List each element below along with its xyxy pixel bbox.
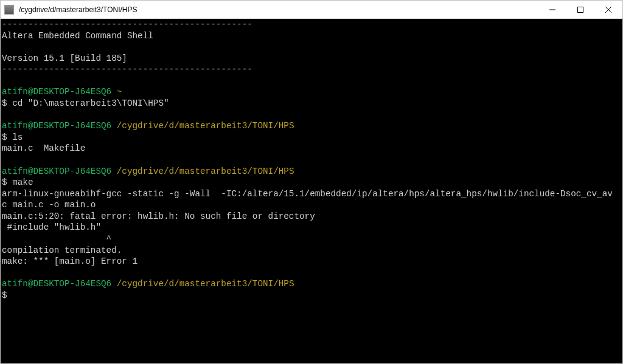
prompt-user: atifn@DESKTOP-J64ESQ6 xyxy=(2,121,111,131)
cmd-make: $ make xyxy=(2,177,33,187)
cmd-empty: $ xyxy=(2,290,7,300)
make-output-line: c main.c -o main.o xyxy=(2,200,96,210)
terminal-window: /cygdrive/d/masterarbeit3/TONI/HPS -----… xyxy=(0,0,623,364)
close-button[interactable] xyxy=(594,1,622,18)
prompt-user: atifn@DESKTOP-J64ESQ6 xyxy=(2,167,111,176)
terminal-body[interactable]: ----------------------------------------… xyxy=(1,19,622,363)
titlebar[interactable]: /cygdrive/d/masterarbeit3/TONI/HPS xyxy=(1,1,622,19)
ls-output: main.c Makefile xyxy=(2,143,85,153)
make-output-line: ^ xyxy=(2,234,111,244)
svg-rect-1 xyxy=(578,7,583,12)
banner-dash2: ----------------------------------------… xyxy=(2,64,252,74)
make-output-line: arm-linux-gnueabihf-gcc -static -g -Wall… xyxy=(2,189,622,199)
minimize-button[interactable] xyxy=(538,1,566,18)
make-output-line: make: *** [main.o] Error 1 xyxy=(2,256,137,266)
prompt-path: ~ xyxy=(111,87,122,97)
cmd-ls: $ ls xyxy=(2,132,23,142)
banner-dash: ----------------------------------------… xyxy=(2,19,252,29)
banner-line2: Version 15.1 [Build 185] xyxy=(2,53,127,63)
prompt-user: atifn@DESKTOP-J64ESQ6 xyxy=(2,87,111,97)
close-icon xyxy=(605,7,611,13)
banner-line1: Altera Embedded Command Shell xyxy=(2,31,153,41)
make-output-line: #include "hwlib.h" xyxy=(2,222,101,232)
prompt-path: /cygdrive/d/masterarbeit3/TONI/HPS xyxy=(111,279,294,289)
app-icon xyxy=(4,5,14,15)
prompt-path: /cygdrive/d/masterarbeit3/TONI/HPS xyxy=(111,167,294,176)
minimize-icon xyxy=(549,7,555,13)
prompt-user: atifn@DESKTOP-J64ESQ6 xyxy=(2,279,111,289)
window-controls xyxy=(538,1,622,18)
maximize-button[interactable] xyxy=(566,1,594,18)
window-title: /cygdrive/d/masterarbeit3/TONI/HPS xyxy=(18,5,538,14)
make-output-line: main.c:5:20: fatal error: hwlib.h: No su… xyxy=(2,211,315,221)
maximize-icon xyxy=(577,7,583,13)
prompt-path: /cygdrive/d/masterarbeit3/TONI/HPS xyxy=(111,121,294,131)
make-output-line: compilation terminated. xyxy=(2,246,122,255)
cmd-cd: $ cd "D:\masterarbeit3\TONI\HPS" xyxy=(2,98,169,108)
